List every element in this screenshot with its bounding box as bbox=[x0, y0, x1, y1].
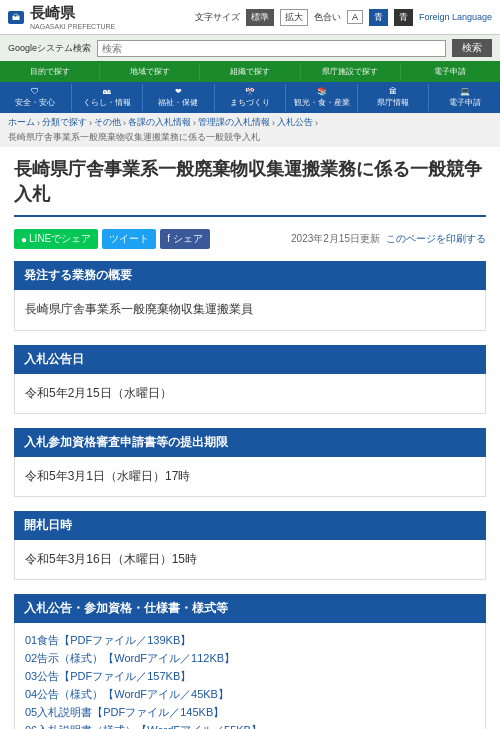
documents-body: 01食告【PDFファイル／139KB】 02告示（様式）【WordFアイル／11… bbox=[14, 623, 486, 729]
announcement-section: 入札公告日 令和5年2月15日（水曜日） bbox=[14, 345, 486, 414]
search-input[interactable] bbox=[97, 40, 446, 57]
ql-item-3[interactable]: 組織で探す bbox=[200, 63, 300, 80]
share-button[interactable]: f シェア bbox=[160, 229, 210, 249]
font-standard-btn[interactable]: 標準 bbox=[246, 9, 274, 26]
deadline-header: 入札参加資格審査申請書等の提出期限 bbox=[14, 428, 486, 457]
list-item: 02告示（様式）【WordFアイル／112KB】 bbox=[25, 651, 475, 666]
nav-item-safety[interactable]: 🛡 安全・安心 bbox=[0, 84, 72, 111]
search-label: Googleシステム検索 bbox=[8, 42, 91, 55]
breadcrumb-mgmt-bid[interactable]: 管理課の入札情報 bbox=[198, 116, 270, 129]
line-label: LINEでシェア bbox=[29, 232, 91, 246]
color-label: 色合い bbox=[314, 11, 341, 24]
ql-item-2[interactable]: 地域で探す bbox=[100, 63, 200, 80]
color-b-btn[interactable]: 青 bbox=[369, 9, 388, 26]
list-item: 03公告【PDFファイル／157KB】 bbox=[25, 669, 475, 684]
town-label: まちづくり bbox=[230, 97, 270, 108]
documents-header: 入札公告・参加資格・仕様書・様式等 bbox=[14, 594, 486, 623]
social-bar: ● LINEでシェア ツイート f シェア 2023年2月15日更新 このページ… bbox=[14, 229, 486, 249]
deadline-section: 入札参加資格審査申請書等の提出期限 令和5年3月1日（水曜日）17時 bbox=[14, 428, 486, 497]
living-icon: 🏘 bbox=[103, 87, 111, 96]
breadcrumb-current: 長崎県庁舎事業系一般廃棄物収集運搬業務に係る一般競争入札 bbox=[8, 131, 260, 144]
nav-item-town[interactable]: 🎌 まちづくり bbox=[215, 84, 287, 111]
announcement-body: 令和5年2月15日（水曜日） bbox=[14, 374, 486, 414]
digital-label: 電子申請 bbox=[449, 97, 481, 108]
doc-link-4[interactable]: 04公告（様式）【WordFアイル／45KB】 bbox=[25, 688, 229, 700]
breadcrumb-home[interactable]: ホーム bbox=[8, 116, 35, 129]
safety-label: 安全・安心 bbox=[15, 97, 55, 108]
logo-area: 🏔 長崎県 NAGASAKI PREFECTURE bbox=[8, 4, 115, 30]
pref-icon: 🏛 bbox=[389, 87, 397, 96]
digital-icon: 💻 bbox=[460, 87, 470, 96]
opening-section: 開札日時 令和5年3月16日（木曜日）15時 bbox=[14, 511, 486, 580]
font-large-btn[interactable]: 拡大 bbox=[280, 9, 308, 26]
list-item: 05入札説明書【PDFファイル／145KB】 bbox=[25, 705, 475, 720]
search-button[interactable]: 検索 bbox=[452, 39, 492, 57]
line-icon: ● bbox=[21, 234, 27, 245]
doc-link-3[interactable]: 03公告【PDFファイル／157KB】 bbox=[25, 670, 191, 682]
line-share-button[interactable]: ● LINEでシェア bbox=[14, 229, 98, 249]
tweet-label: ツイート bbox=[109, 233, 149, 244]
pref-label: 県庁情報 bbox=[377, 97, 409, 108]
breadcrumb-dept-bid[interactable]: 各課の入札情報 bbox=[128, 116, 191, 129]
logo-icon: 🏔 bbox=[8, 11, 24, 24]
breadcrumb-sep-3: › bbox=[123, 118, 126, 128]
documents-section: 入札公告・参加資格・仕様書・様式等 01食告【PDFファイル／139KB】 02… bbox=[14, 594, 486, 729]
share-icon: f bbox=[167, 233, 170, 244]
breadcrumb-sep-4: › bbox=[193, 118, 196, 128]
tourism-icon: 📚 bbox=[317, 87, 327, 96]
doc-link-5[interactable]: 05入札説明書【PDFファイル／145KB】 bbox=[25, 706, 224, 718]
opening-header: 開札日時 bbox=[14, 511, 486, 540]
tourism-label: 観光・食・産業 bbox=[294, 97, 350, 108]
logo-roman: NAGASAKI PREFECTURE bbox=[30, 23, 115, 30]
breadcrumb-sep-1: › bbox=[37, 118, 40, 128]
document-list: 01食告【PDFファイル／139KB】 02告示（様式）【WordFアイル／11… bbox=[25, 633, 475, 729]
welfare-label: 福祉・保健 bbox=[158, 97, 198, 108]
breadcrumb-category[interactable]: 分類で探す bbox=[42, 116, 87, 129]
breadcrumb-sep-2: › bbox=[89, 118, 92, 128]
print-link[interactable]: このページを印刷する bbox=[386, 232, 486, 246]
safety-icon: 🛡 bbox=[31, 87, 39, 96]
breadcrumb-bid-announcement[interactable]: 入札公告 bbox=[277, 116, 313, 129]
social-buttons: ● LINEでシェア ツイート f シェア bbox=[14, 229, 210, 249]
color-c-btn[interactable]: 青 bbox=[394, 9, 413, 26]
tweet-button[interactable]: ツイート bbox=[102, 229, 156, 249]
logo-kanji: 長崎県 bbox=[30, 4, 115, 23]
town-icon: 🎌 bbox=[245, 87, 255, 96]
list-item: 01食告【PDFファイル／139KB】 bbox=[25, 633, 475, 648]
ql-item-4[interactable]: 県庁施設で探す bbox=[301, 63, 401, 80]
update-info: 2023年2月15日更新 このページを印刷する bbox=[291, 232, 486, 246]
foreign-lang-link[interactable]: Foreign Language bbox=[419, 12, 492, 22]
main-content: 長崎県庁舎事業系一般廃棄物収集運搬業務に係る一般競争入札 ● LINEでシェア … bbox=[0, 147, 500, 729]
breadcrumb-other[interactable]: その他 bbox=[94, 116, 121, 129]
list-item: 04公告（様式）【WordFアイル／45KB】 bbox=[25, 687, 475, 702]
doc-link-6[interactable]: 06入札説明書（様式）【WordFアイル／55KB】 bbox=[25, 724, 262, 729]
nav-item-pref[interactable]: 🏛 県庁情報 bbox=[358, 84, 430, 111]
living-label: くらし・情報 bbox=[83, 97, 131, 108]
deadline-body: 令和5年3月1日（水曜日）17時 bbox=[14, 457, 486, 497]
search-bar: Googleシステム検索 検索 bbox=[0, 35, 500, 61]
ql-item-5[interactable]: 電子申請 bbox=[401, 63, 500, 80]
color-a-btn[interactable]: A bbox=[347, 10, 363, 24]
overview-section: 発注する業務の概要 長崎県庁舎事業系一般廃棄物収集運搬業員 bbox=[14, 261, 486, 330]
nav-bar: 🛡 安全・安心 🏘 くらし・情報 ❤ 福祉・保健 🎌 まちづくり 📚 観光・食・… bbox=[0, 82, 500, 113]
doc-link-2[interactable]: 02告示（様式）【WordFアイル／112KB】 bbox=[25, 652, 235, 664]
opening-body: 令和5年3月16日（木曜日）15時 bbox=[14, 540, 486, 580]
breadcrumb-sep-6: › bbox=[315, 118, 318, 128]
page-title: 長崎県庁舎事業系一般廃棄物収集運搬業務に係る一般競争入札 bbox=[14, 157, 486, 217]
nav-item-tourism[interactable]: 📚 観光・食・産業 bbox=[286, 84, 358, 111]
share-label: シェア bbox=[173, 233, 203, 244]
doc-link-1[interactable]: 01食告【PDFファイル／139KB】 bbox=[25, 634, 191, 646]
nav-item-living[interactable]: 🏘 くらし・情報 bbox=[72, 84, 144, 111]
update-date: 2023年2月15日更新 bbox=[291, 232, 380, 246]
list-item: 06入札説明書（様式）【WordFアイル／55KB】 bbox=[25, 723, 475, 729]
font-size-label: 文字サイズ bbox=[195, 11, 240, 24]
ql-item-1[interactable]: 目的で探す bbox=[0, 63, 100, 80]
overview-header: 発注する業務の概要 bbox=[14, 261, 486, 290]
top-bar: 🏔 長崎県 NAGASAKI PREFECTURE 文字サイズ 標準 拡大 色合… bbox=[0, 0, 500, 35]
nav-item-welfare[interactable]: ❤ 福祉・保健 bbox=[143, 84, 215, 111]
logo-text-area: 長崎県 NAGASAKI PREFECTURE bbox=[30, 4, 115, 30]
breadcrumb: ホーム › 分類で探す › その他 › 各課の入札情報 › 管理課の入札情報 ›… bbox=[0, 113, 500, 147]
nav-item-digital[interactable]: 💻 電子申請 bbox=[429, 84, 500, 111]
quick-links-bar: 目的で探す 地域で探す 組織で探す 県庁施設で探す 電子申請 bbox=[0, 61, 500, 82]
breadcrumb-sep-5: › bbox=[272, 118, 275, 128]
